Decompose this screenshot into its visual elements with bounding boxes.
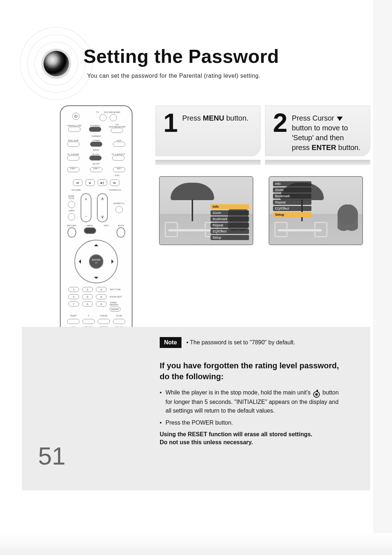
- forgot-heading: If you have forgotten the rating level p…: [160, 360, 341, 382]
- enter-button: ENTER⏎: [89, 254, 103, 269]
- speaker-graphic: [20, 27, 93, 100]
- page-title: Setting the Password: [83, 45, 279, 67]
- osd-item: Zoom: [211, 210, 249, 215]
- tuning-rocker: ∧∨: [97, 193, 108, 222]
- label-tv: TV: [96, 111, 99, 113]
- label-cancel: CANCEL: [98, 315, 110, 317]
- osd-item: Info: [273, 181, 311, 186]
- lower-panel: Note • The password is set to "7890" by …: [22, 327, 370, 490]
- stop-button-icon: [313, 391, 320, 398]
- tv-screenshot-2: Info Zoom Bookmark Repeat EQ/Effect Setu…: [269, 176, 363, 245]
- tv-screenshot-1: Info Zoom Bookmark Repeat EQ/Effect Setu…: [159, 176, 253, 245]
- label-zoom: ZOOM: [113, 315, 125, 317]
- power-icon: ⏻: [72, 113, 79, 120]
- osd-item: EQ/Effect: [211, 229, 249, 234]
- step-1-number: 1: [163, 112, 178, 150]
- reset-warning: Using the RESET function will erase all …: [160, 430, 341, 447]
- label-vmp: V/M/P: [69, 210, 74, 212]
- osd-item: Setup: [211, 235, 249, 240]
- label-sdsp: SDSP: [111, 308, 119, 311]
- volume-rocker: ＋－: [81, 193, 91, 222]
- osd-menu-2: Info Zoom Bookmark Repeat EQ/Effect Setu…: [273, 181, 311, 217]
- page-subtitle: You can set the password for the Parenta…: [87, 73, 261, 79]
- page-number: 51: [38, 442, 66, 470]
- stop-icon: ■: [85, 179, 95, 186]
- label-tuner-memory: TUNER MEMORY: [110, 301, 124, 306]
- label-test-tone: TEST TONE: [110, 288, 121, 291]
- label-return: RETURN: [67, 224, 76, 227]
- label-tv-dvd: TV/ DVD RECEIVER: [109, 123, 125, 128]
- label-super51: SUPER 5.1: [113, 202, 124, 204]
- osd-menu-1: Info Zoom Bookmark Repeat EQ/Effect Setu…: [211, 204, 249, 240]
- label-lsm-minus: LSM –: [68, 167, 79, 170]
- label-mo-st: MO/ST: [93, 163, 100, 165]
- label-info: INFO: [104, 224, 109, 227]
- label-zero: 0: [82, 315, 95, 317]
- forgot-bullet-2: Press the POWER button.: [160, 418, 341, 427]
- scan-edge-bottom: [0, 533, 392, 555]
- osd-item: Bookmark: [211, 216, 249, 222]
- step-2-number: 2: [273, 112, 287, 150]
- label-asc: ASC: [113, 167, 125, 170]
- step-1-card: 1 Press MENU button.: [155, 105, 261, 156]
- label-dvd-receiver: DVD RECEIVER: [104, 111, 120, 113]
- label-dimmer: DIMMER: [92, 135, 101, 137]
- label-lsm-plus: LSM +: [90, 167, 102, 170]
- osd-item: Repeat: [273, 200, 311, 205]
- prev-icon: ⏮: [73, 179, 82, 186]
- step-1-bar: [155, 160, 261, 165]
- scan-edge-right: [373, 0, 392, 555]
- note-badge: Note: [160, 337, 181, 348]
- osd-item: Zoom: [273, 187, 311, 193]
- label-tuning: TUNING/CH: [109, 189, 121, 191]
- forgot-bullet-1: While the player is in the stop mode, ho…: [160, 388, 341, 414]
- step-2-bar: [265, 160, 370, 165]
- label-surr-plus: SURR. PLUS: [68, 195, 75, 199]
- play-pause-icon: ▶∥: [98, 179, 107, 186]
- osd-item: EQ/Effect: [273, 206, 311, 211]
- step-2-text: Press Cursor button to move to 'Setup' a…: [292, 112, 360, 150]
- cursor-down-icon: [337, 117, 343, 121]
- label-sound-edit: SOUND EDIT: [110, 296, 122, 298]
- label-mute: MUTE: [118, 224, 124, 227]
- note-text: • The password is set to "7890" by defau…: [187, 339, 295, 346]
- step-1-text: Press MENU button.: [182, 112, 248, 150]
- osd-item: Repeat: [211, 223, 249, 228]
- step-2-card: 2 Press Cursor button to move to 'Setup'…: [265, 105, 370, 156]
- dpad: ENTER⏎: [74, 240, 118, 283]
- osd-item: Setup: [273, 212, 311, 217]
- osd-item: Bookmark: [273, 194, 311, 199]
- label-menu: MENU: [87, 224, 93, 227]
- next-icon: ⏭: [110, 179, 119, 186]
- label-dvd: DVD: [115, 174, 119, 177]
- label-volume: VOLUME: [72, 189, 81, 191]
- remote-control-illustration: ⏻ TV DVD RECEIVER OPEN/CLOSE TV/VIDEO TV…: [60, 105, 132, 345]
- label-sleep: SLEEP: [67, 315, 79, 317]
- osd-item: Info: [211, 204, 249, 209]
- label-band: BAND: [93, 149, 99, 151]
